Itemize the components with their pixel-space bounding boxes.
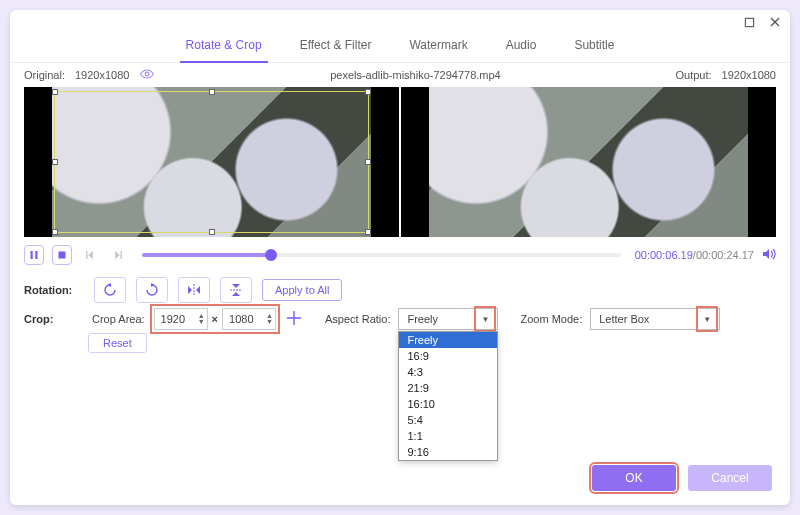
tab-watermark[interactable]: Watermark (403, 34, 473, 56)
svg-marker-13 (196, 286, 200, 294)
rotation-label: Rotation: (24, 284, 84, 296)
crop-selection-box[interactable] (54, 91, 369, 233)
svg-rect-8 (121, 251, 123, 259)
cancel-button[interactable]: Cancel (688, 465, 772, 491)
crop-handle-ml[interactable] (52, 159, 58, 165)
tab-bar: Rotate & Crop Effect & Filter Watermark … (10, 34, 790, 63)
flip-horizontal-button[interactable] (178, 277, 210, 303)
playback-controls: 00:00:06.19/00:00:24.17 (10, 237, 790, 269)
crop-height-spinner[interactable]: ▲▼ (266, 313, 273, 325)
rotate-cw-button[interactable] (136, 277, 168, 303)
crop-handle-mr[interactable] (365, 159, 371, 165)
tab-audio[interactable]: Audio (500, 34, 543, 56)
reset-button[interactable]: Reset (88, 333, 147, 353)
zoom-mode-select[interactable]: Letter Box ▼ (590, 308, 720, 330)
info-bar: Original: 1920x1080 pexels-adlib-mishiko… (10, 63, 790, 87)
letterbox-left-out (401, 87, 429, 237)
zoom-mode-caret[interactable]: ▼ (699, 309, 715, 329)
crop-multiply-icon: × (212, 313, 218, 325)
maximize-button[interactable] (742, 15, 756, 29)
filename-label: pexels-adlib-mishiko-7294778.mp4 (165, 69, 665, 81)
aspect-ratio-caret[interactable]: ▼ (477, 309, 493, 329)
crop-handle-bm[interactable] (209, 229, 215, 235)
aspect-option[interactable]: 9:16 (399, 444, 497, 460)
seek-fill (142, 253, 271, 257)
svg-rect-5 (86, 251, 88, 259)
titlebar (10, 10, 790, 34)
svg-rect-3 (35, 251, 37, 259)
seek-thumb[interactable] (265, 249, 277, 261)
output-resolution: 1920x1080 (722, 69, 776, 81)
svg-marker-9 (763, 249, 769, 259)
editor-window: Rotate & Crop Effect & Filter Watermark … (10, 10, 790, 505)
preview-original[interactable] (24, 87, 399, 237)
aspect-option[interactable]: 16:9 (399, 348, 497, 364)
ok-button[interactable]: OK (592, 465, 676, 491)
stop-button[interactable] (52, 245, 72, 265)
svg-rect-2 (31, 251, 33, 259)
letterbox-right (371, 87, 399, 237)
volume-icon[interactable] (762, 247, 776, 263)
center-crop-icon[interactable] (285, 311, 303, 328)
original-resolution: 1920x1080 (75, 69, 129, 81)
crop-label: Crop: (24, 313, 84, 325)
svg-marker-12 (188, 286, 192, 294)
aspect-option[interactable]: 5:4 (399, 412, 497, 428)
crop-area-label: Crop Area: (92, 313, 145, 325)
crop-height-input[interactable]: 1080 ▲▼ (222, 308, 276, 330)
svg-rect-4 (59, 252, 66, 259)
svg-marker-6 (88, 251, 93, 259)
tab-rotate-crop[interactable]: Rotate & Crop (180, 34, 268, 63)
eye-icon[interactable] (139, 69, 155, 81)
time-display: 00:00:06.19/00:00:24.17 (635, 249, 754, 261)
aspect-ratio-select[interactable]: Freely ▼ Freely16:94:321:916:105:41:19:1… (398, 308, 498, 330)
seek-slider[interactable] (142, 253, 621, 257)
crop-handle-tl[interactable] (52, 89, 58, 95)
video-frame-right (401, 87, 776, 237)
crop-width-spinner[interactable]: ▲▼ (198, 313, 205, 325)
letterbox-left (24, 87, 52, 237)
time-current: 00:00:06.19 (635, 249, 693, 261)
time-duration: 00:00:24.17 (696, 249, 754, 261)
flip-vertical-button[interactable] (220, 277, 252, 303)
letterbox-right-out (748, 87, 776, 237)
prev-frame-button[interactable] (80, 245, 100, 265)
crop-handle-bl[interactable] (52, 229, 58, 235)
zoom-mode-value: Letter Box (599, 313, 649, 325)
next-frame-button[interactable] (108, 245, 128, 265)
original-label: Original: (24, 69, 65, 81)
pause-button[interactable] (24, 245, 44, 265)
svg-point-1 (146, 72, 150, 76)
rotate-ccw-button[interactable] (94, 277, 126, 303)
aspect-option[interactable]: 16:10 (399, 396, 497, 412)
svg-marker-7 (115, 251, 120, 259)
svg-marker-15 (232, 292, 240, 296)
preview-output (401, 87, 776, 237)
svg-marker-14 (232, 284, 240, 288)
aspect-option[interactable]: Freely (399, 332, 497, 348)
crop-handle-tr[interactable] (365, 89, 371, 95)
aspect-option[interactable]: 4:3 (399, 364, 497, 380)
aspect-ratio-dropdown[interactable]: Freely16:94:321:916:105:41:19:16 (398, 331, 498, 461)
crop-width-input[interactable]: 1920 ▲▼ (154, 308, 208, 330)
crop-row: Crop: Crop Area: 1920 ▲▼ × 1080 ▲▼ Aspec… (10, 305, 790, 333)
aspect-ratio-value: Freely (407, 313, 438, 325)
tab-effect-filter[interactable]: Effect & Filter (294, 34, 378, 56)
preview-row (10, 87, 790, 237)
close-button[interactable] (768, 15, 782, 29)
zoom-mode-label: Zoom Mode: (520, 313, 582, 325)
output-label: Output: (675, 69, 711, 81)
crop-handle-tm[interactable] (209, 89, 215, 95)
apply-to-all-button[interactable]: Apply to All (262, 279, 342, 301)
aspect-option[interactable]: 1:1 (399, 428, 497, 444)
crop-height-value: 1080 (229, 313, 253, 325)
crop-handle-br[interactable] (365, 229, 371, 235)
crop-width-value: 1920 (161, 313, 185, 325)
svg-rect-0 (745, 18, 753, 26)
tab-subtitle[interactable]: Subtitle (568, 34, 620, 56)
rotation-row: Rotation: Apply to All (10, 269, 790, 305)
aspect-option[interactable]: 21:9 (399, 380, 497, 396)
aspect-ratio-label: Aspect Ratio: (325, 313, 390, 325)
